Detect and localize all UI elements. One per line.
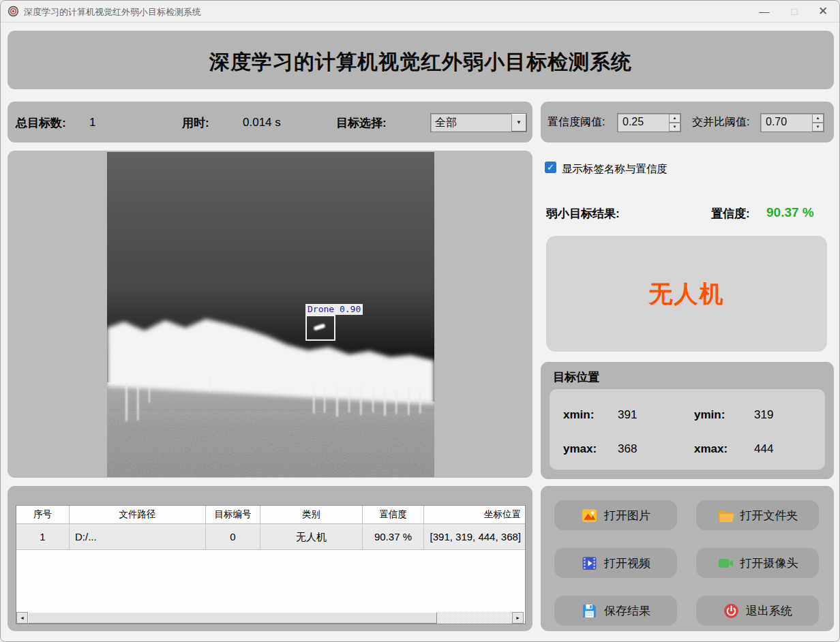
target-icon [7,5,19,17]
target-position-box: xmin: 391 ymin: 319 ymax: 368 xmax: 444 [550,389,825,470]
confidence-threshold-spinner[interactable]: 0.25 ▲ ▼ [617,113,681,132]
total-targets-value: 1 [89,116,95,129]
maximize-icon[interactable]: □ [779,1,809,22]
ymin-value: 319 [754,408,773,422]
result-confidence-value: 90.37 % [766,205,814,220]
chevron-down-icon[interactable]: ▼ [511,114,526,132]
table-row[interactable]: 1 D:/... 0 无人机 90.37 % [391, 319, 444, 3… [16,524,525,550]
infrared-scene [107,152,434,477]
open-camera-label: 打开摄像头 [740,555,798,571]
col-class[interactable]: 类别 [260,506,363,523]
open-camera-button[interactable]: 打开摄像头 [696,548,819,578]
elapsed-time-label: 用时: [182,115,209,131]
open-video-label: 打开视频 [604,555,650,571]
total-targets-label: 总目标数: [16,115,66,131]
exit-system-label: 退出系统 [746,603,792,619]
target-select-dropdown[interactable]: 全部 ▼ [430,113,527,132]
xmin-value: 391 [618,408,637,422]
power-icon [723,602,740,620]
detection-label: Drone 0.90 [305,304,363,315]
ymin-label: ymin: [694,408,725,422]
col-coordinates[interactable]: 坐标位置 [424,506,525,523]
title-bar: 深度学习的计算机视觉红外弱小目标检测系统 — □ ✕ [1,1,839,22]
open-video-button[interactable]: 打开视频 [554,548,677,578]
show-labels-label: 显示标签名称与置信度 [562,162,668,177]
table-header-row: 序号 文件路径 目标编号 类别 置信度 坐标位置 [16,506,525,524]
spin-down-icon[interactable]: ▼ [812,123,824,132]
target-select-value: 全部 [431,114,511,132]
col-target-id[interactable]: 目标编号 [206,506,260,523]
app-window: 深度学习的计算机视觉红外弱小目标检测系统 — □ ✕ 深度学习的计算机视觉红外弱… [0,0,840,642]
stats-bar: 总目标数: 1 用时: 0.014 s 目标选择: 全部 ▼ [7,102,532,142]
col-file-path[interactable]: 文件路径 [70,506,206,523]
horizontal-scrollbar[interactable]: ◄ ► [16,612,524,624]
cell-class: 无人机 [260,524,363,549]
open-folder-button[interactable]: 打开文件夹 [696,500,819,530]
minimize-icon[interactable]: — [749,1,779,22]
confidence-threshold-value: 0.25 [618,114,669,132]
cell-target-id: 0 [206,524,260,549]
target-position-title: 目标位置 [553,369,599,385]
detected-class-box: 无人机 [546,236,827,352]
results-table-panel: 序号 文件路径 目标编号 类别 置信度 坐标位置 1 D:/... 0 无人机 … [7,486,532,631]
detected-class-name: 无人机 [649,278,725,310]
scrollbar-thumb[interactable] [28,612,437,624]
window-title: 深度学习的计算机视觉红外弱小目标检测系统 [24,6,201,18]
open-folder-label: 打开文件夹 [740,508,798,523]
spin-up-icon[interactable]: ▲ [669,114,680,123]
confidence-threshold-label: 置信度阈值: [548,115,605,129]
ymax-value: 368 [618,442,637,456]
target-position-panel: 目标位置 xmin: 391 ymin: 319 ymax: 368 xmax:… [541,362,834,479]
close-icon[interactable]: ✕ [808,1,838,22]
camera-icon [717,555,734,572]
header-banner: 深度学习的计算机视觉红外弱小目标检测系统 [7,31,834,89]
exit-system-button[interactable]: 退出系统 [696,596,819,626]
result-title: 弱小目标结果: [546,206,620,221]
save-results-label: 保存结果 [604,603,650,619]
infrared-image: Drone 0.90 [107,152,434,477]
thresholds-bar: 置信度阈值: 0.25 ▲ ▼ 交并比阈值: 0.70 ▲ ▼ [541,102,834,142]
cell-index: 1 [16,524,70,549]
cell-confidence: 90.37 % [363,524,424,549]
page-title: 深度学习的计算机视觉红外弱小目标检测系统 [7,48,834,76]
results-table: 序号 文件路径 目标编号 类别 置信度 坐标位置 1 D:/... 0 无人机 … [16,505,526,624]
scroll-right-icon[interactable]: ► [512,612,524,624]
ymax-label: ymax: [563,442,597,456]
cell-file-path: D:/... [70,524,206,549]
save-results-button[interactable]: 保存结果 [554,596,677,626]
open-image-label: 打开图片 [604,508,650,523]
iou-threshold-spinner[interactable]: 0.70 ▲ ▼ [760,113,824,132]
actions-panel: 打开图片 打开文件夹 打开视频 [541,486,834,631]
target-select-label: 目标选择: [336,115,387,131]
result-confidence-label: 置信度: [711,206,750,221]
cell-coordinates: [391, 319, 444, 368] [424,524,525,549]
xmax-label: xmax: [694,442,728,456]
open-image-button[interactable]: 打开图片 [554,500,677,530]
xmin-label: xmin: [563,408,594,422]
spin-up-icon[interactable]: ▲ [812,114,824,123]
iou-threshold-value: 0.70 [761,114,812,132]
iou-threshold-label: 交并比阈值: [692,115,749,129]
spin-down-icon[interactable]: ▼ [669,123,680,132]
col-confidence[interactable]: 置信度 [363,506,424,523]
save-icon [581,602,598,620]
show-labels-checkbox[interactable]: ✓ [545,162,556,173]
image-icon [581,507,598,524]
xmax-value: 444 [754,442,773,456]
video-icon [581,555,598,572]
elapsed-time-value: 0.014 s [243,116,281,129]
scroll-left-icon[interactable]: ◄ [16,612,28,624]
folder-icon [717,507,734,524]
col-index[interactable]: 序号 [16,506,70,523]
